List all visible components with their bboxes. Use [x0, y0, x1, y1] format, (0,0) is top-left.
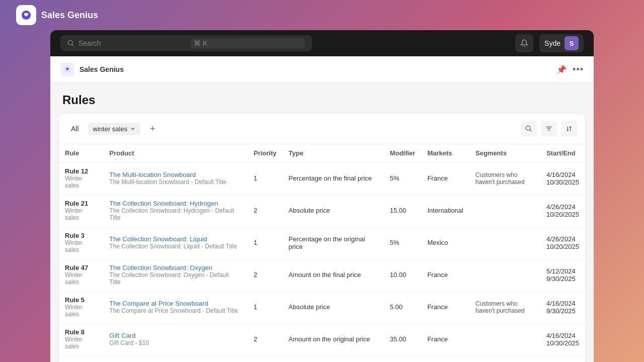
content-wrapper: Search ⌘ K Syde S — [0, 30, 644, 362]
cell-markets-6: France — [421, 355, 469, 363]
cell-markets-4: France — [421, 291, 469, 323]
table-row: Rule 47 Winter sales The Collection Snow… — [59, 259, 585, 291]
filter-all-button[interactable]: All — [67, 123, 83, 135]
user-name: Syde — [544, 39, 560, 47]
col-header-product: Product — [103, 144, 248, 162]
cell-segments-0: Customers who haven't purchased — [469, 162, 540, 195]
cell-dates-6: 4/16/202410/30/2025 — [540, 355, 585, 363]
filter-tag-label: winter sales — [93, 125, 128, 133]
col-header-rule: Rule — [59, 144, 103, 162]
rule-name-0: Rule 12 — [65, 167, 97, 175]
cell-dates-1: 4/26/202410/20/2025 — [540, 195, 585, 227]
cell-rule-1: Rule 21 Winter sales — [59, 195, 103, 227]
col-header-priority: Priority — [248, 144, 283, 162]
cell-priority-4: 1 — [248, 291, 283, 323]
product-sub-0: The Multi-location Snowboard - Default T… — [109, 178, 242, 186]
col-header-segments: Segments — [469, 144, 540, 162]
col-header-type: Type — [283, 144, 384, 162]
cell-markets-5: France — [421, 323, 469, 355]
cell-type-3: Amount on the final price — [283, 259, 384, 291]
table-body: Rule 12 Winter sales The Multi-location … — [59, 162, 585, 363]
cell-priority-3: 2 — [248, 259, 283, 291]
chevron-down-icon — [130, 126, 135, 131]
rule-tag-0: Winter sales — [65, 175, 97, 189]
app-header-left: Sales Genius — [60, 62, 124, 76]
search-placeholder: Search — [78, 39, 187, 47]
table-search-button[interactable] — [521, 121, 537, 137]
search-box[interactable]: Search ⌘ K — [60, 35, 312, 51]
product-link-1[interactable]: The Collection Snowboard: Hydrogen — [109, 200, 218, 207]
cell-rule-5: Rule 8 Winter sales — [59, 323, 103, 355]
cell-modifier-1: 15.00 — [384, 195, 422, 227]
product-sub-2: The Collection Snowboard: Liquid - Defau… — [109, 243, 242, 250]
col-header-markets: Markets — [421, 144, 469, 162]
cell-type-1: Absolute price — [283, 195, 384, 227]
add-filter-button[interactable]: + — [145, 122, 159, 136]
more-options-icon[interactable]: ••• — [573, 64, 584, 75]
cell-priority-1: 2 — [248, 195, 283, 227]
cell-dates-2: 4/26/202410/20/2025 — [540, 227, 585, 259]
nav-bar: Search ⌘ K Syde S — [50, 30, 594, 56]
winter-sales-filter-tag[interactable]: winter sales — [88, 123, 141, 135]
rule-tag-5: Winter sales — [65, 336, 97, 350]
rule-name-5: Rule 8 — [65, 328, 97, 336]
cell-product-4: The Compare at Price Snowboard The Compa… — [103, 291, 248, 323]
product-link-2[interactable]: The Collection Snowboard: Liquid — [109, 235, 207, 243]
rule-name-1: Rule 21 — [65, 200, 97, 207]
top-bar: Sales Genius — [0, 0, 644, 30]
cell-product-6: Gift Card Gift Card - $25 — [103, 355, 248, 363]
user-area[interactable]: Syde S — [539, 34, 584, 52]
search-shortcut: ⌘ K — [191, 38, 305, 48]
notification-bell-button[interactable] — [515, 34, 533, 52]
col-header-startend: Start/End — [540, 144, 585, 162]
cell-segments-5 — [469, 323, 540, 355]
rule-tag-4: Winter sales — [65, 304, 97, 318]
cell-product-2: The Collection Snowboard: Liquid The Col… — [103, 227, 248, 259]
main-content: Sales Genius 📌 ••• Rules All winter sale… — [50, 56, 594, 362]
table-filter-button[interactable] — [541, 121, 557, 137]
search-icon-small — [525, 125, 532, 132]
svg-line-1 — [72, 44, 73, 46]
page-title: Rules — [62, 93, 582, 107]
cell-product-0: The Multi-location Snowboard The Multi-l… — [103, 162, 248, 195]
filter-icon — [545, 125, 552, 132]
table-row: Rule 12 Winter sales The Multi-location … — [59, 162, 585, 195]
cell-segments-3 — [469, 259, 540, 291]
product-sub-1: The Collection Snowboard: Hydrogen - Def… — [109, 207, 242, 221]
product-sub-3: The Collection Snowboard: Oxygen - Defau… — [109, 272, 242, 286]
app-header-right: 📌 ••• — [556, 64, 584, 75]
rule-name-2: Rule 3 — [65, 232, 97, 239]
rule-tag-1: Winter sales — [65, 207, 97, 221]
cell-priority-0: 1 — [248, 162, 283, 195]
pin-icon[interactable]: 📌 — [556, 65, 567, 74]
cell-rule-3: Rule 47 Winter sales — [59, 259, 103, 291]
search-icon — [67, 40, 74, 47]
sort-icon — [566, 125, 573, 132]
product-link-3[interactable]: The Collection Snowboard: Oxygen — [109, 264, 212, 272]
cell-product-3: The Collection Snowboard: Oxygen The Col… — [103, 259, 248, 291]
product-link-5[interactable]: Gift Card — [109, 332, 135, 339]
table-row: Rule 5 Winter sales The Compare at Price… — [59, 291, 585, 323]
cell-priority-6: 1 — [248, 355, 283, 363]
product-sub-5: Gift Card - $10 — [109, 339, 242, 346]
rules-table-container: All winter sales + — [58, 113, 586, 362]
rule-tag-3: Winter sales — [65, 272, 97, 286]
table-row: Rule 3 Winter sales The Collection Snowb… — [59, 227, 585, 259]
cell-product-5: Gift Card Gift Card - $10 — [103, 323, 248, 355]
cell-dates-3: 5/12/20249/30/2025 — [540, 259, 585, 291]
cell-rule-6: Rule 9 Winter sales — [59, 355, 103, 363]
logo-area: Sales Genius — [16, 5, 98, 25]
cell-segments-4: Customers who haven't purchased — [469, 291, 540, 323]
product-link-0[interactable]: The Multi-location Snowboard — [109, 171, 196, 178]
cell-type-2: Percentage on the original price — [283, 227, 384, 259]
table-sort-button[interactable] — [561, 121, 577, 137]
col-header-modifier: Modifier — [384, 144, 422, 162]
svg-point-3 — [526, 126, 530, 130]
cell-modifier-2: 5% — [384, 227, 422, 259]
cell-dates-5: 4/16/202410/30/2025 — [540, 323, 585, 355]
app-header-title: Sales Genius — [79, 65, 124, 73]
page-title-section: Rules — [50, 83, 594, 113]
app-subheader: Sales Genius 📌 ••• — [50, 56, 594, 83]
table-header-row: Rule Product Priority Type Modifier Mark… — [59, 144, 585, 162]
product-link-4[interactable]: The Compare at Price Snowboard — [109, 300, 208, 307]
